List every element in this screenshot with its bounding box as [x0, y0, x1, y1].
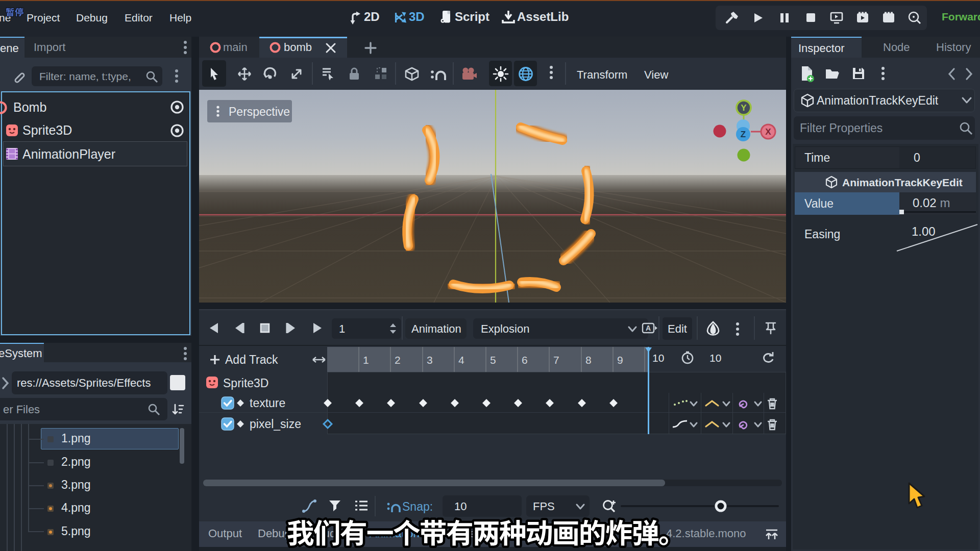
svg-text:5: 5: [490, 354, 496, 366]
svg-text:9: 9: [617, 354, 623, 366]
svg-text:A: A: [646, 324, 651, 332]
svg-text:Y: Y: [741, 103, 747, 113]
svg-text:1: 1: [363, 354, 369, 366]
svg-text:X: X: [765, 127, 771, 137]
svg-text:6: 6: [522, 354, 528, 366]
svg-text:8: 8: [585, 354, 592, 366]
svg-text:2: 2: [395, 354, 401, 366]
svg-text:4: 4: [458, 354, 464, 366]
svg-text:7: 7: [553, 354, 559, 366]
svg-text:Z: Z: [741, 130, 746, 139]
svg-text:3: 3: [427, 354, 433, 366]
